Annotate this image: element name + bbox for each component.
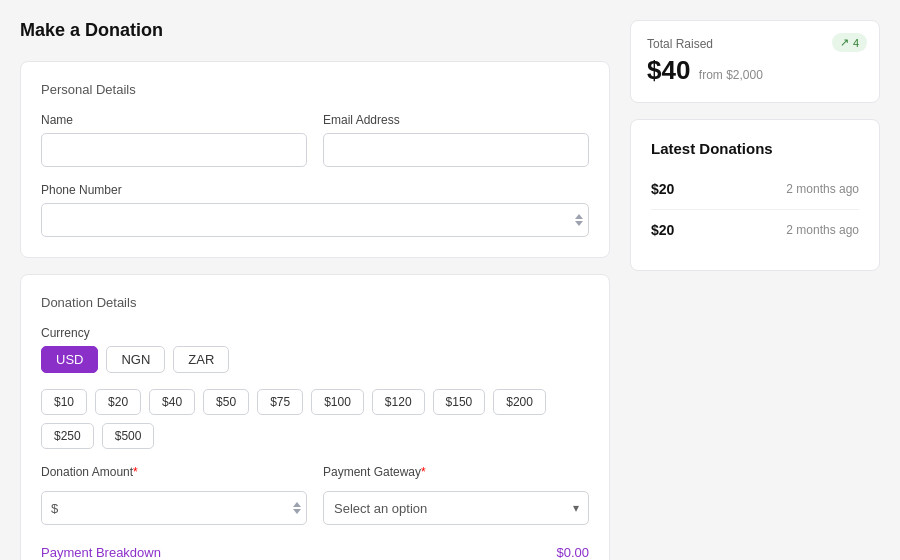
amount-100[interactable]: $100: [311, 389, 364, 415]
stats-card: ↗ 4 Total Raised $40 from $2,000: [630, 20, 880, 103]
donation-item-1: $20 2 months ago: [651, 169, 859, 210]
trending-count: 4: [853, 37, 859, 49]
phone-input-wrapper: [41, 203, 589, 237]
email-group: Email Address: [323, 113, 589, 167]
amount-50[interactable]: $50: [203, 389, 249, 415]
amount-40[interactable]: $40: [149, 389, 195, 415]
donation-time-1: 2 months ago: [786, 182, 859, 196]
name-input[interactable]: [41, 133, 307, 167]
page-title: Make a Donation: [20, 20, 610, 41]
donation-amount-label: Donation Amount*: [41, 465, 307, 479]
donation-amount-group: Donation Amount* $: [41, 465, 307, 525]
required-star: *: [133, 465, 138, 479]
name-label: Name: [41, 113, 307, 127]
payment-breakdown-value: $0.00: [556, 545, 589, 560]
latest-donations-card: Latest Donations $20 2 months ago $20 2 …: [630, 119, 880, 271]
amount-200[interactable]: $200: [493, 389, 546, 415]
latest-donations-title: Latest Donations: [651, 140, 859, 157]
amount-spinner[interactable]: [293, 502, 301, 514]
currency-row: USD NGN ZAR: [41, 346, 589, 373]
name-email-row: Name Email Address: [41, 113, 589, 167]
gateway-select[interactable]: Select an option: [323, 491, 589, 525]
phone-input[interactable]: [41, 203, 589, 237]
phone-label: Phone Number: [41, 183, 589, 197]
amount-10[interactable]: $10: [41, 389, 87, 415]
donation-amount-1: $20: [651, 181, 674, 197]
right-panel: ↗ 4 Total Raised $40 from $2,000 Latest …: [630, 20, 880, 560]
donation-gateway-row: Donation Amount* $ Payment Gateway*: [41, 465, 589, 525]
currency-usd[interactable]: USD: [41, 346, 98, 373]
donation-time-2: 2 months ago: [786, 223, 859, 237]
payment-breakdown-label: Payment Breakdown: [41, 545, 161, 560]
payment-gateway-label: Payment Gateway*: [323, 465, 589, 479]
amount-75[interactable]: $75: [257, 389, 303, 415]
total-raised-label: Total Raised: [647, 37, 863, 51]
amount-150[interactable]: $150: [433, 389, 486, 415]
amount-250[interactable]: $250: [41, 423, 94, 449]
donation-amount-2: $20: [651, 222, 674, 238]
currency-ngn[interactable]: NGN: [106, 346, 165, 373]
gateway-select-wrapper: Select an option ▾: [323, 491, 589, 525]
amount-20[interactable]: $20: [95, 389, 141, 415]
phone-group: Phone Number: [41, 183, 589, 237]
payment-breakdown-row: Payment Breakdown $0.00: [41, 537, 589, 560]
phone-spinner[interactable]: [575, 214, 583, 226]
email-input[interactable]: [323, 133, 589, 167]
currency-symbol: $: [51, 501, 58, 516]
total-raised-row: $40 from $2,000: [647, 55, 863, 86]
total-raised-amount: $40: [647, 55, 690, 85]
payment-gateway-group: Payment Gateway* Select an option ▾: [323, 465, 589, 525]
amount-input-wrapper: $: [41, 491, 307, 525]
trending-icon: ↗: [840, 36, 849, 49]
currency-zar[interactable]: ZAR: [173, 346, 229, 373]
name-group: Name: [41, 113, 307, 167]
gateway-required-star: *: [421, 465, 426, 479]
email-label: Email Address: [323, 113, 589, 127]
personal-details-card: Personal Details Name Email Address Phon…: [20, 61, 610, 258]
amount-500[interactable]: $500: [102, 423, 155, 449]
donation-details-title: Donation Details: [41, 295, 589, 310]
currency-label: Currency: [41, 326, 589, 340]
donation-item-2: $20 2 months ago: [651, 210, 859, 250]
total-raised-goal: from $2,000: [699, 68, 763, 82]
amount-120[interactable]: $120: [372, 389, 425, 415]
amount-buttons: $10 $20 $40 $50 $75 $100 $120 $150 $200 …: [41, 389, 589, 449]
personal-details-title: Personal Details: [41, 82, 589, 97]
donation-amount-input[interactable]: [41, 491, 307, 525]
donation-details-card: Donation Details Currency USD NGN ZAR $1…: [20, 274, 610, 560]
trending-badge: ↗ 4: [832, 33, 867, 52]
